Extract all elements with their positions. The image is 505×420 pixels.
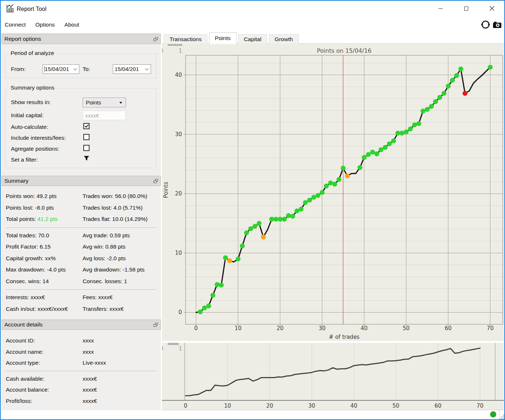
- funnel-icon[interactable]: [84, 156, 90, 161]
- overview-chart[interactable]: 01020304050607001: [162, 343, 504, 410]
- trades-lost: Trades lost: 4.0 (5.71%): [83, 205, 143, 211]
- float-panel-icon[interactable]: [154, 37, 158, 41]
- refresh-icon[interactable]: [481, 20, 490, 29]
- from-date-combo[interactable]: 15/04/201: [43, 64, 79, 74]
- connection-status-icon: [490, 411, 496, 417]
- to-label: To:: [83, 66, 90, 73]
- summary-row: Max drawdown: -4.0 pts Avg drawdown: -1.…: [1, 264, 161, 276]
- maximize-icon: [464, 7, 468, 11]
- include-fees-checkbox[interactable]: [83, 134, 90, 140]
- svg-text:60: 60: [445, 325, 452, 332]
- points-chart-panel: 010203040010203040506070Points on 15/04/…: [162, 44, 504, 341]
- minimize-button[interactable]: [432, 1, 449, 16]
- account-row: Account name: xxxx: [1, 346, 161, 358]
- avg-win: Avg win: 0.88 pts: [83, 243, 126, 250]
- show-results-combo[interactable]: Points: [83, 98, 126, 107]
- profit-factor: Profit Factor: 6.15: [6, 243, 51, 250]
- cash-available-label: Cash available:: [6, 376, 44, 382]
- account-row: Profit/loss: xxxx€: [1, 396, 161, 407]
- account-name-label: Account name:: [6, 349, 43, 355]
- svg-text:1: 1: [179, 48, 182, 54]
- menu-options[interactable]: Options: [31, 17, 59, 32]
- account-row: Account type: Live-xxxx: [1, 357, 161, 369]
- max-drawdown: Max drawdown: -4.0 pts: [6, 266, 66, 273]
- svg-text:10: 10: [175, 250, 182, 256]
- menu-about[interactable]: About: [60, 17, 83, 32]
- svg-text:70: 70: [487, 325, 494, 332]
- account-balance-label: Account balance:: [6, 387, 49, 393]
- total-points: Total points: 41.2 pts: [6, 216, 57, 222]
- svg-text:10: 10: [224, 403, 231, 409]
- initial-capital-label: Initial capital:: [11, 112, 44, 119]
- summary-row: Cash in/out: xxxx€/xxxx€ Transfers: xxxx…: [1, 304, 161, 315]
- svg-text:20: 20: [277, 325, 283, 332]
- window-title: Report Tool: [17, 1, 47, 17]
- dropdown-arrow-icon: [119, 102, 122, 104]
- tab-transactions[interactable]: Transactions: [164, 34, 207, 44]
- account-row: Cash available: xxxx€: [1, 373, 161, 385]
- show-results-value: Points: [86, 99, 101, 106]
- aggregate-positions-checkbox[interactable]: [83, 145, 90, 151]
- tab-capital[interactable]: Capital: [238, 34, 267, 44]
- svg-text:0: 0: [178, 309, 182, 316]
- tab-points[interactable]: Points: [209, 32, 236, 44]
- camera-icon[interactable]: [493, 21, 501, 28]
- cash-available-value: xxxx€: [83, 376, 97, 382]
- cash-in-out: Cash in/out: xxxx€/xxxx€: [6, 306, 68, 312]
- float-panel-icon[interactable]: [154, 323, 158, 327]
- resize-grip[interactable]: [500, 415, 504, 419]
- report-options-title: Report options: [4, 36, 41, 42]
- auto-calculate-checkbox[interactable]: [83, 123, 90, 129]
- summary-row: Points won: 49.2 pts Trades won: 56.0 (8…: [1, 191, 161, 202]
- menu-connect[interactable]: Connect: [1, 17, 30, 32]
- report-options-header: Report options: [1, 34, 161, 44]
- svg-text:40: 40: [175, 72, 182, 78]
- dock-handle[interactable]: [168, 343, 179, 345]
- divider: [6, 227, 156, 228]
- include-fees-label: Include interests/fees:: [11, 134, 66, 142]
- to-date-value: 15/04/201: [115, 66, 139, 72]
- trades-won: Trades won: 56.0 (80.0%): [83, 193, 147, 199]
- svg-text:70: 70: [477, 403, 484, 409]
- menubar: Connect Options About: [1, 17, 504, 32]
- svg-text:50: 50: [403, 325, 410, 332]
- avg-loss: Avg loss: -2.0 pts: [83, 255, 126, 262]
- close-button[interactable]: [484, 1, 500, 16]
- tab-growth[interactable]: Growth: [269, 34, 299, 44]
- close-icon: [489, 6, 494, 11]
- period-legend: Period of analyze: [9, 50, 56, 56]
- summary-row: Capital growth: xx% Avg loss: -2.0 pts: [1, 253, 161, 265]
- bar-chart-icon: [5, 4, 15, 13]
- initial-capital-input[interactable]: [83, 111, 126, 120]
- svg-text:30: 30: [308, 403, 315, 409]
- maximize-button[interactable]: [458, 1, 474, 16]
- float-panel-icon[interactable]: [154, 179, 158, 183]
- account-balance-value: xxxx€: [83, 387, 97, 393]
- to-date-combo[interactable]: 15/04/201: [113, 64, 151, 74]
- svg-text:Points: Points: [163, 182, 169, 198]
- chart-tabbar: Transactions Points Capital Growth: [162, 32, 504, 44]
- summary-row: Interests: xxxx€ Fees: xxxx€: [1, 292, 161, 304]
- summary-title: Summary: [4, 178, 28, 184]
- dock-handle[interactable]: [168, 44, 182, 46]
- total-trades: Total trades: 70.0: [6, 232, 49, 239]
- svg-text:Points on 15/04/16: Points on 15/04/16: [317, 47, 371, 54]
- profit-loss-label: Profit/loss:: [6, 398, 32, 404]
- account-type-value: Live-xxxx: [83, 360, 106, 366]
- account-name-value: xxxx: [83, 349, 94, 355]
- titlebar: Report Tool: [1, 1, 504, 17]
- fees: Fees: xxxx€: [83, 294, 113, 301]
- svg-text:20: 20: [175, 190, 182, 197]
- trades-flat: Trades flat: 10.0 (14.29%): [83, 216, 148, 222]
- set-filter-label: Set a filter:: [11, 156, 38, 163]
- avg-trade: Avg trade: 0.59 pts: [83, 232, 130, 239]
- points-chart[interactable]: 010203040010203040506070Points on 15/04/…: [162, 44, 504, 341]
- svg-text:50: 50: [393, 403, 399, 409]
- capital-growth: Capital growth: xx%: [6, 255, 56, 262]
- summary-header: Summary: [1, 176, 161, 186]
- profit-loss-value: xxxx€: [83, 398, 97, 404]
- account-details-header: Account details: [1, 320, 161, 330]
- total-points-value: 41.2 pts: [37, 216, 57, 222]
- chevron-down-icon: [73, 67, 77, 71]
- statusbar: [1, 410, 505, 420]
